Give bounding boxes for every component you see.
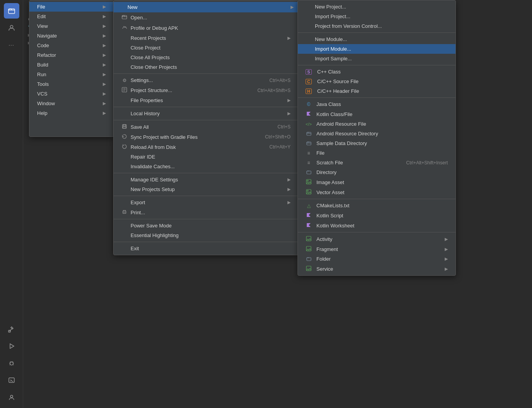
file-menu-item-vcs[interactable]: VCS ▶ [29,89,114,99]
file-menu-item-view[interactable]: View ▶ [29,21,114,31]
arrow-icon: ▶ [445,237,448,242]
np-cpp-header[interactable]: H C/C++ Header File [298,86,456,96]
file-menu-item-code[interactable]: Code ▶ [29,41,114,50]
np-vector-asset[interactable]: Vector Asset [298,187,456,197]
cmake-icon: △ [306,203,312,208]
arrow-icon: ▶ [445,256,448,261]
file-menu-item-refactor[interactable]: Refactor ▶ [29,50,114,60]
separator [298,32,456,33]
arrow-icon: ▶ [103,14,106,19]
new-menu-item-project-structure[interactable]: Project Structure... Ctrl+Alt+Shift+S [114,85,298,96]
separator [114,219,298,219]
android-resource-icon: </> [306,122,312,126]
np-kotlin-class[interactable]: Kotlin Class/File [298,109,456,119]
new-menu-item-power-save[interactable]: Power Save Mode [114,221,298,230]
np-activity[interactable]: Activity ▶ [298,234,456,244]
np-cpp-class[interactable]: S C++ Class [298,67,456,77]
arrow-icon: ▶ [103,72,106,77]
cpp-source-icon: C [306,79,312,84]
new-menu-item-new[interactable]: New ▶ [114,2,298,12]
profile-apk-icon [121,25,127,31]
arrow-icon: ▶ [287,36,291,41]
new-menu-item-file-properties[interactable]: File Properties ▶ [114,96,298,105]
new-menu-item-reload[interactable]: Reload All from Disk Ctrl+Alt+Y [114,142,298,152]
arrow-icon: ▶ [445,247,448,252]
new-menu-item-profile-debug[interactable]: Profile or Debug APK [114,23,298,33]
np-new-module[interactable]: New Module... [298,34,456,44]
project-structure-icon [121,87,127,94]
new-menu-item-invalidate[interactable]: Invalidate Caches... [114,162,298,171]
np-service[interactable]: Service ▶ [298,264,456,274]
new-menu-item-sync-gradle[interactable]: Sync Project with Gradle Files Ctrl+Shif… [114,132,298,142]
arrow-icon: ▶ [103,91,106,96]
separator [298,199,456,199]
arrow-icon: ▶ [445,266,448,271]
save-icon [121,124,127,130]
arrow-icon: ▶ [103,53,106,58]
new-menu-item-open[interactable]: Open... [114,12,298,23]
new-project-menu: New Project... Import Project... Project… [297,0,456,276]
np-kotlin-script[interactable]: Kotlin Script [298,210,456,220]
cpp-class-icon: S [306,69,312,75]
new-menu-item-save-all[interactable]: Save All Ctrl+S [114,122,298,132]
separator [298,65,456,65]
new-menu-item-close-other[interactable]: Close Other Projects [114,62,298,72]
np-scratch-file[interactable]: ≡ Scratch File Ctrl+Alt+Shift+Insert [298,158,456,167]
vector-asset-icon [306,189,312,195]
np-android-resource-file[interactable]: </> Android Resource File [298,119,456,129]
svg-rect-11 [123,126,126,128]
svg-point-17 [307,180,308,181]
file-menu-item-build[interactable]: Build ▶ [29,60,114,70]
np-folder[interactable]: Folder ▶ [298,254,456,264]
np-android-resource-dir[interactable]: Android Resource Directory [298,129,456,138]
new-menu-item-exit[interactable]: Exit [114,244,298,253]
np-import-project[interactable]: Import Project... [298,12,456,21]
np-version-control[interactable]: Project from Version Control... [298,21,456,31]
np-import-module[interactable]: Import Module... [298,44,456,54]
new-menu-item-repair[interactable]: Repair IDE [114,152,298,162]
new-menu-item-close[interactable]: Close Project [114,43,298,53]
print-icon [121,209,127,215]
file-menu-item-edit[interactable]: Edit ▶ [29,12,114,21]
separator [298,232,456,232]
np-file[interactable]: ≡ File [298,148,456,158]
arrow-icon: ▶ [103,4,106,9]
settings-icon: ⚙ [121,78,127,83]
file-menu-item-window[interactable]: Window ▶ [29,99,114,108]
new-menu-item-recent[interactable]: Recent Projects ▶ [114,33,298,43]
new-menu-item-new-projects-setup[interactable]: New Projects Setup ▶ [114,184,298,194]
new-menu-item-export[interactable]: Export ▶ [114,198,298,207]
np-sample-data-dir[interactable]: Sample Data Directory [298,138,456,148]
np-cpp-source[interactable]: C C/C++ Source File [298,77,456,86]
svg-point-19 [307,190,308,191]
np-new-project[interactable]: New Project... [298,2,456,12]
np-cmake[interactable]: △ CMakeLists.txt [298,201,456,210]
np-fragment[interactable]: Fragment ▶ [298,244,456,254]
np-import-sample[interactable]: Import Sample... [298,54,456,63]
new-menu-item-local-history[interactable]: Local History ▶ [114,109,298,118]
new-menu-item-manage-ide[interactable]: Manage IDE Settings ▶ [114,175,298,184]
cpp-header-icon: H [306,89,312,94]
arrow-icon: ▶ [287,98,291,103]
np-image-asset[interactable]: Image Asset [298,177,456,187]
np-directory[interactable]: Directory [298,167,456,177]
new-menu-item-essential[interactable]: Essential Highlighting [114,230,298,240]
arrow-icon: ▶ [103,43,106,48]
separator [114,196,298,196]
android-resource-dir-icon [306,131,312,137]
file-menu-item-navigate[interactable]: Navigate ▶ [29,31,114,41]
new-menu-item-settings[interactable]: ⚙ Settings... Ctrl+Alt+S [114,75,298,85]
new-menu-item-close-all[interactable]: Close All Projects [114,53,298,62]
np-kotlin-worksheet[interactable]: Kotlin Worksheet [298,220,456,230]
arrow-icon: ▶ [103,33,106,38]
file-menu-item-run[interactable]: Run ▶ [29,70,114,79]
file-menu: File ▶ Edit ▶ View ▶ Navigate ▶ Code ▶ R… [29,0,114,137]
file-menu-item-file[interactable]: File ▶ [29,2,114,12]
arrow-icon: ▶ [287,177,291,182]
reload-icon [121,144,127,150]
new-menu-item-print[interactable]: Print... [114,207,298,217]
kotlin-script-icon [306,212,312,219]
file-menu-item-tools[interactable]: Tools ▶ [29,79,114,89]
np-java-class[interactable]: © Java Class [298,99,456,109]
file-menu-item-help[interactable]: Help ▶ [29,108,114,118]
